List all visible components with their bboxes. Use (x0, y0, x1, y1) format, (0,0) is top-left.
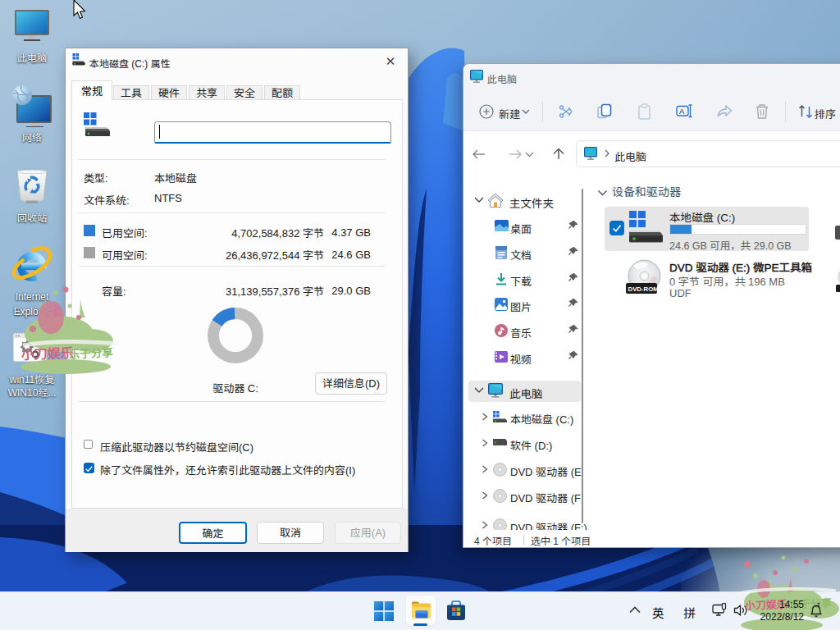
svg-text:A: A (679, 107, 685, 116)
svg-text:乐于分享: 乐于分享 (67, 343, 113, 362)
svg-text:DVD-ROM: DVD-ROM (628, 285, 659, 293)
svg-text:小刀娱乐: 小刀娱乐 (21, 342, 74, 363)
